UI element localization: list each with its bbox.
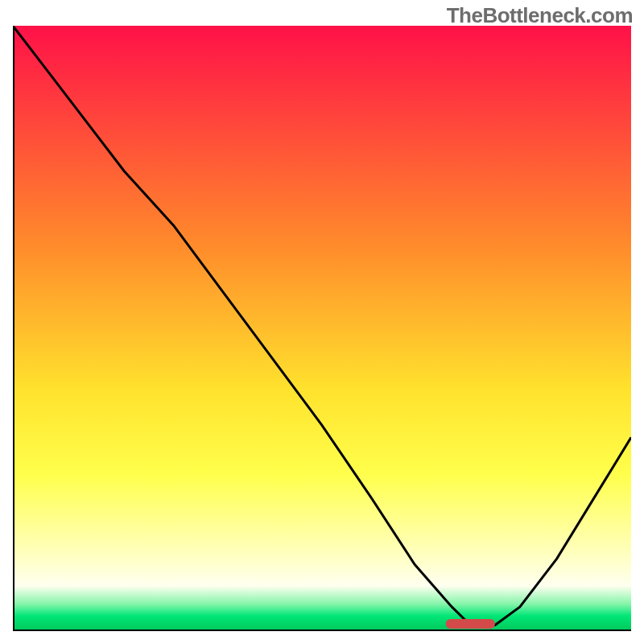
optimal-marker	[446, 619, 495, 629]
plot-frame	[13, 26, 631, 631]
gradient-background	[13, 26, 631, 631]
plot-svg	[13, 26, 631, 631]
watermark-text: TheBottleneck.com	[447, 3, 633, 28]
bottleneck-chart: TheBottleneck.com	[0, 0, 644, 644]
